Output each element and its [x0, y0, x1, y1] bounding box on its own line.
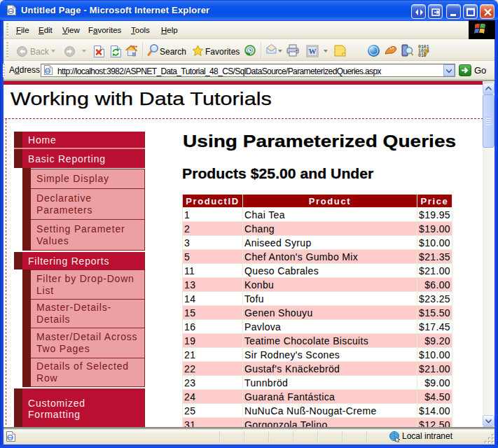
- svg-text:W: W: [309, 47, 317, 55]
